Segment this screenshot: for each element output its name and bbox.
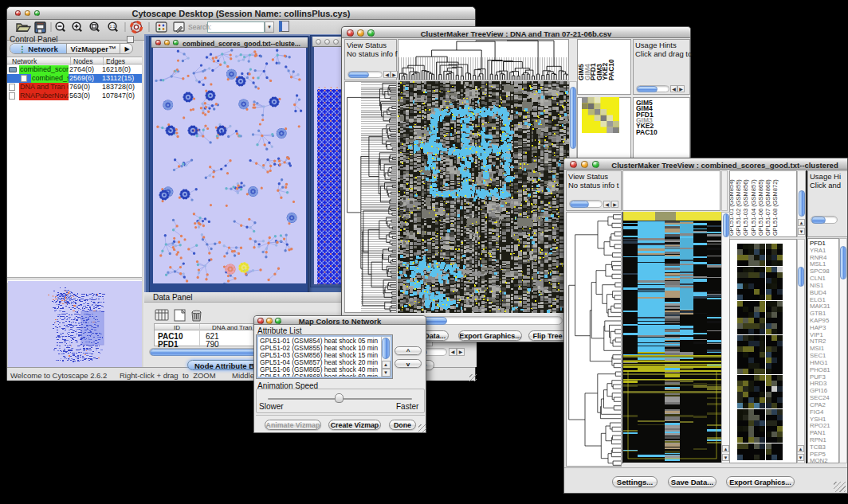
svg-text:Search:: Search: — [188, 23, 211, 31]
svg-text:1:1: 1:1 — [110, 24, 116, 29]
